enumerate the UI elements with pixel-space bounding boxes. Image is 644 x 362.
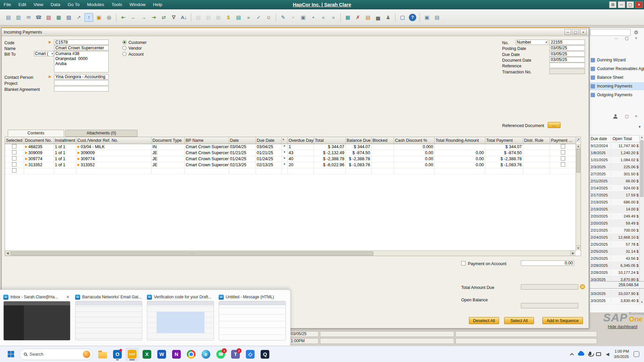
document-no-link[interactable]: 313352 — [29, 163, 43, 167]
payment-checkbox[interactable] — [561, 162, 565, 167]
preview-thumbnail[interactable] — [219, 301, 286, 341]
link-arrow-icon[interactable] — [77, 145, 80, 148]
cast-display-icon[interactable] — [596, 352, 601, 356]
column-header-overdue-days[interactable]: Overdue Days — [287, 137, 314, 144]
row-select-checkbox[interactable] — [12, 144, 16, 148]
system-messages-icon[interactable]: ▢ — [398, 13, 407, 22]
column-header-document-no-[interactable]: Document No. — [24, 137, 54, 144]
help-icon[interactable]: ? — [409, 14, 416, 21]
check-register-icon[interactable]: ✓ — [254, 13, 263, 22]
q-app-icon[interactable]: Q — [258, 348, 272, 361]
column-header-total[interactable]: Total — [314, 137, 345, 144]
scroll-right-icon[interactable]: ▶ — [570, 251, 576, 256]
sidebar-item-customer-receivables-aging[interactable]: Customer Receivables Aging — [590, 65, 644, 73]
column-header-payment-[interactable]: Payment ... — [550, 137, 576, 144]
scrollbar-thumb[interactable] — [576, 149, 580, 173]
document-no-link[interactable]: 468235 — [29, 144, 43, 149]
navigation-up-icon[interactable]: ↑ — [85, 13, 93, 22]
app-minimize-button[interactable]: ─ — [618, 1, 625, 8]
sidebar-item-balance-sheet[interactable]: Balance Sheet — [590, 73, 644, 81]
receivables-row[interactable]: 9/12/202411,747.90 $ — [590, 142, 644, 149]
start-button[interactable] — [4, 348, 17, 361]
refresh-record-icon[interactable]: ⇄ — [159, 13, 168, 22]
column-header-cust-vendor-ref-no-[interactable]: Cust./Vendor Ref. No. — [76, 137, 151, 144]
scroll-down-icon[interactable]: ▼ — [640, 300, 644, 305]
app-maximize-button[interactable]: ▢ — [627, 1, 634, 8]
hide-dashboard-link[interactable]: Hide dashboard — [608, 324, 637, 329]
menu-item-modules[interactable]: Modules — [83, 0, 108, 9]
receivables-row[interactable]: 2/20/2025249.49 $ — [590, 213, 644, 220]
link-arrow-icon[interactable] — [77, 158, 80, 160]
previous-record-icon[interactable]: ← — [129, 13, 138, 22]
cash-discount-cell[interactable]: 0.00 — [394, 156, 434, 162]
grid-vertical-scrollbar[interactable]: ▲ ▼ — [576, 144, 581, 250]
project-field[interactable] — [54, 80, 109, 85]
column-header-balance-due[interactable]: Balance Due — [345, 137, 371, 144]
export-excel-icon[interactable]: ▦ — [54, 13, 63, 22]
outlook-icon[interactable]: O — [111, 348, 124, 361]
tab-attachments[interactable]: Attachments (0) — [65, 130, 138, 137]
onedrive-icon[interactable] — [578, 353, 584, 356]
bp-name-cell[interactable]: Cmart Crown Supercen — [184, 144, 229, 150]
payment-means-coin-icon[interactable] — [580, 284, 585, 289]
payment-wizard-icon[interactable]: » — [244, 13, 253, 22]
menu-item-goto[interactable]: Go To — [64, 0, 84, 9]
receivables-row[interactable]: 1/31/20251,084.02 $ — [590, 157, 644, 164]
menu-item-window[interactable]: Window — [126, 0, 149, 9]
receivables-row[interactable]: 2/11/202566.00 $ — [590, 178, 644, 185]
row-select-checkbox[interactable] — [12, 156, 16, 161]
app-close-button[interactable]: × — [635, 1, 643, 8]
hidden-icons-chevron-icon[interactable] — [570, 353, 574, 357]
row-select-checkbox[interactable] — [12, 162, 16, 167]
widget-close-icon[interactable]: × — [635, 36, 637, 41]
print-preview-icon[interactable]: ▤ — [4, 13, 13, 22]
search-input[interactable]: Search — [19, 349, 93, 360]
ref-no-link[interactable]: 309009 — [81, 150, 95, 155]
column-header-installment[interactable]: Installment — [54, 137, 76, 144]
receivables-row[interactable]: 2/28/202510,177.24 $ — [590, 269, 644, 276]
lock-screen-icon[interactable]: ▣ — [95, 13, 103, 22]
bp-name-cell[interactable]: Cmart Crown Supercen — [184, 150, 229, 156]
last-record-icon[interactable]: ⇥ — [149, 13, 158, 22]
column-header-date[interactable]: Date — [229, 137, 256, 144]
first-record-icon[interactable]: ⇤ — [119, 13, 128, 22]
ref-no-link[interactable]: 313352 — [81, 163, 95, 167]
due-date-field[interactable]: 03/05/25 — [549, 51, 585, 57]
receivables-row[interactable]: 3/3/20253,830.40 $ — [590, 297, 644, 304]
business-partner-icon[interactable]: ♟ — [384, 13, 392, 22]
next-record-icon[interactable]: → — [139, 13, 148, 22]
copy-icon[interactable]: ▥ — [204, 13, 213, 22]
sidebar-item-incoming-payments[interactable]: Incoming Payments — [590, 82, 644, 90]
payment-checkbox[interactable] — [561, 156, 565, 161]
column-header--[interactable]: * — [281, 137, 287, 144]
filter-table-icon[interactable]: ∇ — [169, 13, 178, 22]
payment-checkbox[interactable] — [561, 150, 565, 155]
column-header-due-date[interactable]: Due Date — [256, 137, 281, 144]
window-title-bar[interactable]: Incoming Payments ─ ▢ × — [2, 28, 589, 36]
teams-icon[interactable]: T2 — [229, 348, 242, 361]
taskbar-preview-card[interactable]: ✉Inbox - Sarah.Clare@Ha...✕ — [3, 293, 70, 343]
window-minimize-button[interactable]: ─ — [565, 29, 571, 35]
column-header-distr-rule[interactable]: Distr. Rule — [523, 137, 550, 144]
maximize-grid-icon[interactable]: ↗ — [576, 137, 580, 143]
receivables-row[interactable]: 2/19/2025686.00 $ — [590, 199, 644, 206]
tab-contents[interactable]: Contents — [8, 130, 64, 137]
scrollbar-thumb[interactable] — [640, 140, 644, 197]
gear-icon[interactable]: ⚙ — [634, 29, 638, 36]
column-header-blocked[interactable]: Blocked — [371, 137, 394, 144]
column-header-selected[interactable]: Selected — [5, 137, 24, 144]
link-arrow-icon[interactable] — [49, 41, 51, 44]
duplicate-row-icon[interactable]: ▣ — [299, 13, 308, 22]
receivables-row[interactable]: 2/24/202512,668.10 $ — [590, 234, 644, 241]
layout-grid-icon[interactable]: ⊞ — [609, 1, 616, 8]
notification-center-icon[interactable] — [634, 351, 639, 357]
preview-thumbnail[interactable] — [3, 301, 70, 341]
row-select-checkbox[interactable] — [12, 150, 16, 155]
receivables-row[interactable]: 1/8/20251,240.20 $ — [590, 149, 644, 157]
note-icon[interactable]: » — [329, 13, 338, 22]
bp-name-cell[interactable]: Cmart Crown Supercen — [184, 162, 229, 168]
receivables-row[interactable]: 2/3/2025225.06 $ — [590, 164, 644, 171]
menu-item-data[interactable]: Data — [47, 0, 64, 9]
receivables-row[interactable]: 2/19/202514.00 $ — [590, 206, 644, 213]
taskbar-preview-card[interactable]: ✉Untitled - Message (HTML) — [219, 293, 286, 343]
